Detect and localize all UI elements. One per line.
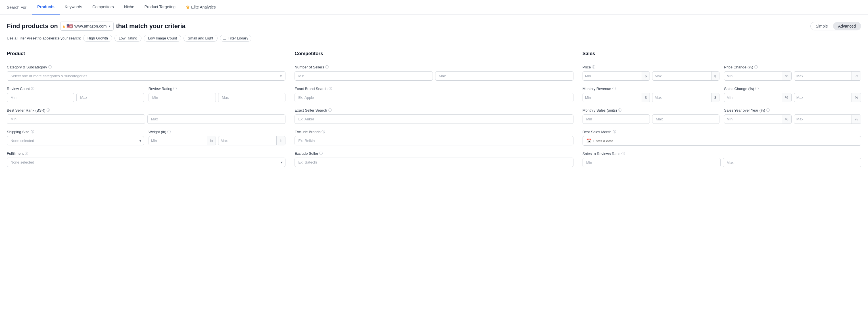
best-sales-month-label: Best Sales Month ⓘ <box>583 129 861 134</box>
review-rating-info-icon[interactable]: ⓘ <box>173 86 177 91</box>
preset-low-rating[interactable]: Low Rating <box>115 35 142 42</box>
review-count-max[interactable] <box>76 93 144 102</box>
shipping-size-info-icon[interactable]: ⓘ <box>31 129 34 134</box>
simple-view-button[interactable]: Simple <box>811 22 833 30</box>
review-rating-max[interactable] <box>218 93 285 102</box>
exact-seller-label: Exact Seller Search ⓘ <box>294 108 573 113</box>
us-flag-icon: 🇺🇸 <box>66 23 73 29</box>
weight-info-icon[interactable]: ⓘ <box>167 129 171 134</box>
category-select[interactable]: Select one or more categories & subcateg… <box>7 71 285 80</box>
sales-change-max[interactable] <box>794 93 852 102</box>
exact-seller-input[interactable] <box>294 115 573 124</box>
tab-keywords[interactable]: Keywords <box>60 0 87 15</box>
sales-yoy-max[interactable] <box>794 115 852 124</box>
exact-seller-info-icon[interactable]: ⓘ <box>328 108 332 113</box>
filter-library-icon: ☰ <box>223 36 226 40</box>
filter-library-button[interactable]: ☰ Filter Library <box>220 35 251 42</box>
exact-brand-label: Exact Brand Search ⓘ <box>294 86 573 91</box>
monthly-sales-min[interactable] <box>583 115 650 124</box>
monthly-revenue-min[interactable] <box>583 93 642 102</box>
fulfillment-select[interactable]: None selected <box>7 158 285 167</box>
find-text-before: Find products on <box>7 23 58 30</box>
price-inputs: $ $ <box>583 71 720 80</box>
fulfillment-info-icon[interactable]: ⓘ <box>25 151 28 156</box>
shipping-size-select[interactable]: None selected <box>7 136 144 146</box>
bsr-info-icon[interactable]: ⓘ <box>46 108 50 113</box>
tab-product-targeting[interactable]: Product Targeting <box>140 0 181 15</box>
exclude-seller-info-icon[interactable]: ⓘ <box>319 151 323 156</box>
view-toggle: Simple Advanced <box>810 22 861 30</box>
shipping-size-label: Shipping Size ⓘ <box>7 129 144 134</box>
bsr-group: Best Seller Rank (BSR) ⓘ <box>7 108 285 124</box>
bsr-max[interactable] <box>147 115 286 124</box>
calendar-icon: 📅 <box>586 138 591 143</box>
preset-low-image-count[interactable]: Low Image Count <box>144 35 181 42</box>
sales-yoy-min-wrapper: % <box>724 115 791 124</box>
tab-competitors[interactable]: Competitors <box>87 0 119 15</box>
presets-label: Use a Filter Preset to accelerate your s… <box>7 36 81 40</box>
tab-niche[interactable]: Niche <box>119 0 140 15</box>
num-sellers-max[interactable] <box>435 71 574 80</box>
weight-label: Weight (lb) ⓘ <box>149 129 286 134</box>
sales-reviews-ratio-info-icon[interactable]: ⓘ <box>621 151 625 156</box>
sales-yoy-info-icon[interactable]: ⓘ <box>766 108 770 113</box>
preset-high-growth[interactable]: High Growth <box>83 35 112 42</box>
best-sales-month-info-icon[interactable]: ⓘ <box>613 129 616 134</box>
review-count-min[interactable] <box>7 93 74 102</box>
sales-change-group: Sales Change (%) ⓘ % % <box>724 86 861 102</box>
category-info-icon[interactable]: ⓘ <box>48 65 52 70</box>
exclude-brands-info-icon[interactable]: ⓘ <box>321 129 325 134</box>
price-info-icon[interactable]: ⓘ <box>592 65 595 70</box>
category-placeholder: Select one or more categories & subcateg… <box>10 74 87 78</box>
price-min[interactable] <box>583 71 642 80</box>
filter-presets-row: Use a Filter Preset to accelerate your s… <box>7 35 861 42</box>
sales-yoy-label: Sales Year over Year (%) ⓘ <box>724 108 861 113</box>
amazon-badge[interactable]: a 🇺🇸 www.amazon.com ▾ <box>60 22 114 31</box>
review-row: Review Count ⓘ Review Rating ⓘ <box>7 86 285 108</box>
revenue-row: Monthly Revenue ⓘ $ $ <box>583 86 861 108</box>
sales-yoy-max-suffix: % <box>851 115 861 124</box>
competitors-section-title: Competitors <box>294 51 573 59</box>
sales-reviews-ratio-min[interactable] <box>583 158 721 167</box>
nav-bar: Search For: Products Keywords Competitor… <box>0 0 868 15</box>
best-sales-month-input[interactable] <box>593 139 858 143</box>
preset-small-and-light[interactable]: Small and Light <box>184 35 218 42</box>
monthly-sales-max[interactable] <box>652 115 719 124</box>
sales-change-min[interactable] <box>724 93 782 102</box>
price-change-max-suffix: % <box>851 71 861 80</box>
price-change-info-icon[interactable]: ⓘ <box>754 65 758 70</box>
price-min-suffix: $ <box>642 71 650 80</box>
bsr-min[interactable] <box>7 115 145 124</box>
shipping-weight-row: Shipping Size ⓘ None selected ▾ Weight (… <box>7 129 285 151</box>
bsr-label: Best Seller Rank (BSR) ⓘ <box>7 108 285 113</box>
price-change-max[interactable] <box>794 71 852 80</box>
fulfillment-group: Fulfillment ⓘ None selected ▾ <box>7 151 285 167</box>
nav-tabs: Products Keywords Competitors Niche Prod… <box>32 0 221 15</box>
sales-yoy-min[interactable] <box>724 115 782 124</box>
monthly-revenue-max[interactable] <box>652 93 711 102</box>
monthly-sales-info-icon[interactable]: ⓘ <box>618 108 621 113</box>
price-max[interactable] <box>652 71 711 80</box>
price-change-max-wrapper: % <box>794 71 861 80</box>
weight-max[interactable] <box>218 136 276 145</box>
review-count-info-icon[interactable]: ⓘ <box>31 86 34 91</box>
exact-brand-input[interactable] <box>294 93 573 102</box>
nav-label: Search For: <box>7 5 28 10</box>
monthly-revenue-info-icon[interactable]: ⓘ <box>612 86 616 91</box>
review-rating-label: Review Rating ⓘ <box>149 86 286 91</box>
advanced-view-button[interactable]: Advanced <box>833 22 861 30</box>
best-sales-month-group: Best Sales Month ⓘ 📅 <box>583 129 861 146</box>
exact-brand-info-icon[interactable]: ⓘ <box>329 86 332 91</box>
sales-reviews-ratio-max[interactable] <box>723 158 861 167</box>
monthly-revenue-min-wrapper: $ <box>583 93 650 102</box>
tab-elite-analytics[interactable]: ♛ Elite Analytics <box>181 0 221 15</box>
tab-products[interactable]: Products <box>32 0 60 15</box>
exclude-brands-input[interactable] <box>294 136 573 146</box>
weight-min[interactable] <box>149 136 207 145</box>
num-sellers-info-icon[interactable]: ⓘ <box>325 65 329 70</box>
sales-change-info-icon[interactable]: ⓘ <box>755 86 758 91</box>
review-rating-min[interactable] <box>149 93 216 102</box>
num-sellers-min[interactable] <box>294 71 433 80</box>
price-change-min[interactable] <box>724 71 782 80</box>
exclude-seller-input[interactable] <box>294 158 573 167</box>
